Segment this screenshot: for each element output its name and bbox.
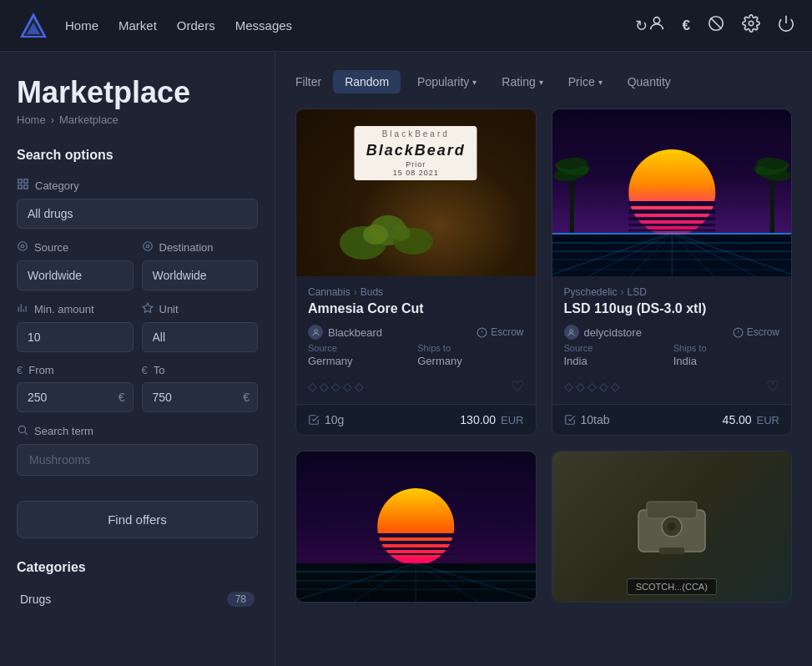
nav-icons: € xyxy=(648,14,795,37)
rating-filter-btn[interactable]: Rating ▾ xyxy=(493,70,551,93)
breadcrumb-sep: › xyxy=(51,114,54,126)
breadcrumb-home[interactable]: Home xyxy=(17,114,46,126)
product-card-3[interactable]: ARCHETYP xyxy=(295,451,537,603)
filter-label: Filter xyxy=(295,75,321,88)
main-layout: Marketplace Home › Marketplace Search op… xyxy=(0,52,812,666)
nav-messages[interactable]: Messages xyxy=(235,18,292,33)
svg-rect-35 xyxy=(628,217,715,220)
currency-icon[interactable]: € xyxy=(683,18,690,34)
unit-label: Unit xyxy=(142,302,259,316)
vendor-row-1: Blackbeard xyxy=(308,325,382,340)
stars-2: ◇ ◇ ◇ ◇ ◇ xyxy=(564,380,620,393)
category-icon xyxy=(17,178,29,193)
nav-orders[interactable]: Orders xyxy=(177,18,215,33)
to-input[interactable] xyxy=(142,382,259,412)
qty-value-1: 10g xyxy=(325,413,344,426)
random-filter-btn[interactable]: Random xyxy=(333,70,401,93)
from-input[interactable] xyxy=(17,382,134,412)
from-input-wrapper: € xyxy=(17,382,134,412)
destination-select[interactable]: Worldwide xyxy=(142,260,259,290)
product-img-4-svg xyxy=(622,485,722,568)
product-card-2[interactable]: ARCHETYP xyxy=(552,108,793,436)
price-filter-btn[interactable]: Price ▾ xyxy=(560,70,611,93)
source-info-1: Source Germany xyxy=(308,343,414,367)
product-image-2: ARCHETYP xyxy=(552,109,792,276)
search-term-input[interactable] xyxy=(17,444,258,476)
ships-to-label-1: Ships to xyxy=(417,343,523,353)
quantity-filter-btn[interactable]: Quantity xyxy=(619,70,679,93)
popularity-filter-btn[interactable]: Popularity ▾ xyxy=(409,70,485,93)
search-term-row: Search term xyxy=(17,424,258,489)
heart-icon-1[interactable]: ♡ xyxy=(511,377,524,396)
source-label: Source xyxy=(17,240,134,255)
power-icon[interactable] xyxy=(777,14,795,37)
chart-icon xyxy=(17,302,28,316)
unit-icon xyxy=(142,302,154,316)
svg-point-14 xyxy=(143,242,152,251)
min-amount-input[interactable] xyxy=(17,322,134,352)
category-label: Category xyxy=(17,178,258,193)
svg-rect-10 xyxy=(18,185,22,189)
vendor-icon-1 xyxy=(308,325,323,340)
settings-icon[interactable] xyxy=(742,14,760,37)
shipping-row-2: Source India Ships to India xyxy=(564,343,780,367)
category-drugs-label: Drugs xyxy=(20,593,51,606)
svg-rect-34 xyxy=(628,209,715,214)
product-category-2: Pyschedelic › LSD xyxy=(564,286,780,298)
stars-row-2: ◇ ◇ ◇ ◇ ◇ ♡ xyxy=(564,372,780,399)
category-select[interactable]: All drugs xyxy=(17,199,258,229)
source-value-1: Germany xyxy=(308,355,414,367)
min-amount-col: Min. amount xyxy=(17,302,134,352)
vendor-name-1[interactable]: Blackbeard xyxy=(328,326,382,339)
qty-icon-1 xyxy=(308,414,320,426)
heart-icon-2[interactable]: ♡ xyxy=(766,377,779,396)
star-1-4: ◇ xyxy=(343,380,352,393)
product-meta-1: Blackbeard Escrow xyxy=(308,325,524,340)
escrow-label-2: Escrow xyxy=(747,326,779,338)
app-logo xyxy=(17,9,50,43)
find-offers-button[interactable]: Find offers xyxy=(17,501,258,538)
product-card-1[interactable]: ARCHETYP BlackBeard BlackBeard Prior15 0… xyxy=(295,108,537,436)
svg-point-12 xyxy=(18,242,28,251)
cat-sep-1: › xyxy=(354,286,357,298)
source-label-1: Source xyxy=(308,343,414,353)
svg-point-81 xyxy=(668,522,676,531)
cat-sep-2: › xyxy=(621,286,624,298)
svg-rect-8 xyxy=(18,179,22,183)
star-2-5: ◇ xyxy=(611,380,620,393)
unit-select[interactable]: All xyxy=(142,322,259,352)
refresh-icon[interactable]: ↻ xyxy=(635,17,648,35)
source-select[interactable]: Worldwide xyxy=(17,260,134,290)
product-card-4[interactable]: ARCHETYP SCOTCH...(CCA) xyxy=(552,451,793,603)
vendor-row-2: delycidstore xyxy=(564,325,642,340)
page-title: Marketplace xyxy=(17,75,258,110)
user-icon[interactable] xyxy=(648,14,666,37)
svg-point-59 xyxy=(570,329,573,332)
svg-point-27 xyxy=(314,329,317,332)
content-area: Filter Random Popularity ▾ Rating ▾ Pric… xyxy=(275,52,812,666)
product-body-1: Cannabis › Buds Amnesia Core Cut Blackbe… xyxy=(296,276,536,404)
destination-label: Destination xyxy=(142,240,259,255)
product-grid: ARCHETYP BlackBeard BlackBeard Prior15 0… xyxy=(295,108,792,603)
nav-market[interactable]: Market xyxy=(119,18,157,33)
product-cat-main-1: Cannabis xyxy=(308,286,351,298)
star-2-4: ◇ xyxy=(599,380,608,393)
safety-icon[interactable] xyxy=(707,14,725,37)
vendor-icon-2 xyxy=(564,325,579,340)
svg-rect-37 xyxy=(628,230,715,231)
category-drugs-item[interactable]: Drugs 78 xyxy=(17,585,258,613)
vendor-name-2[interactable]: delycidstore xyxy=(584,326,642,339)
info-icon-1 xyxy=(477,327,487,338)
product-image-1: ARCHETYP BlackBeard BlackBeard Prior15 0… xyxy=(296,109,536,276)
svg-point-25 xyxy=(363,225,388,245)
search-options-title: Search options xyxy=(17,148,258,163)
svg-rect-36 xyxy=(628,224,715,226)
svg-rect-67 xyxy=(377,547,454,550)
nav-home[interactable]: Home xyxy=(65,18,98,33)
product-cat-main-2: Pyschedelic xyxy=(564,286,618,298)
product-price-2: 45.00 EUR xyxy=(723,413,779,426)
ships-to-value-1: Germany xyxy=(417,355,523,367)
svg-rect-65 xyxy=(377,533,454,537)
product-body-2: Pyschedelic › LSD LSD 110ug (DS-3.0 xtl)… xyxy=(552,276,792,404)
escrow-row-1: Escrow xyxy=(477,326,523,338)
